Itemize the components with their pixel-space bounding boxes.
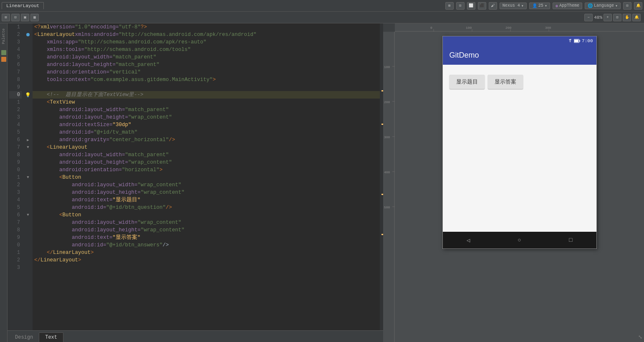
layout-icon1[interactable]: ⊞: [445, 2, 454, 10]
svg-rect-22: [579, 40, 580, 42]
ln-2a: 2: [9, 106, 22, 114]
ln-7a: 7: [9, 144, 22, 151]
phone-app-toolbar: GitDemo: [443, 46, 596, 65]
gutter-1: [23, 23, 33, 31]
theme-dropdown[interactable]: ◉ AppTheme: [553, 3, 582, 9]
fold-6b[interactable]: ▼: [27, 213, 29, 217]
code-line-9: [33, 84, 380, 91]
ln-8: 8: [9, 76, 22, 84]
code-line-9b: android:text="显示答案": [33, 234, 380, 241]
gutter-2b: [23, 181, 33, 189]
top-toolbar: LinearLayout ⊞ ⊡ ⬜ ⬛ 🖌 Nexus 4 ▾ 👤 25 ▾ …: [0, 0, 644, 12]
extra-icon[interactable]: ⊡: [623, 2, 631, 10]
palette-icon2[interactable]: [1, 57, 6, 62]
phone-buttons-row: 显示题目 显示答案: [450, 75, 590, 89]
show-question-btn[interactable]: 显示题目: [450, 75, 485, 89]
code-line-2b: android:layout_width="wrap_content": [33, 181, 380, 189]
code-toolbar: ⊞ ⊟ ▣ ▦: [2, 14, 377, 21]
layout-icon2[interactable]: ⊡: [456, 2, 465, 10]
tab-design[interactable]: Design: [9, 333, 39, 342]
canvas-area: 7:00 GitDemo 显示题目 显示答案: [395, 32, 644, 342]
fold-7a[interactable]: ▼: [27, 145, 29, 149]
ln-2c: 2: [9, 256, 22, 264]
palette-icon1[interactable]: [1, 50, 6, 55]
layout-icon3[interactable]: ⬜: [467, 2, 475, 10]
ln-4: 4: [9, 46, 22, 53]
svg-text:100: 100: [466, 26, 472, 30]
svg-text:400: 400: [384, 170, 390, 174]
brush-icon[interactable]: 🖌: [489, 2, 497, 10]
zoom-out-btn[interactable]: −: [584, 14, 593, 21]
code-line-1a: <TextView: [33, 99, 380, 106]
code-line-8: tools:context="com.example.asus.gitdemo.…: [33, 76, 380, 84]
bell-icon[interactable]: 🔔: [634, 2, 642, 10]
nav-home-icon[interactable]: ○: [518, 237, 521, 243]
gutter-0b: [23, 166, 33, 174]
resize-handle[interactable]: ⤡: [638, 334, 642, 340]
fold-6a[interactable]: ▶: [27, 138, 29, 142]
show-answer-btn[interactable]: 显示答案: [488, 75, 523, 89]
alert-btn[interactable]: 🔔: [632, 14, 641, 21]
code-line-6b: <Button: [33, 211, 380, 219]
file-tab[interactable]: LinearLayout: [2, 2, 44, 9]
hand-btn[interactable]: ✋: [623, 14, 631, 21]
preview-content: 0 100 200 300 100 200 30: [383, 23, 644, 342]
code-line-9a: android:layout_height="wrap_content": [33, 159, 380, 166]
code-line-0c: android:id="@+id/btn_answers" />: [33, 241, 380, 249]
ln-6b: 6: [9, 211, 22, 219]
ln-6a: 6: [9, 136, 22, 144]
ln-7b: 7: [9, 219, 22, 226]
gutter-2: [23, 31, 33, 38]
ln-3: 3: [9, 38, 22, 46]
ln-1a: 1: [9, 99, 22, 106]
api-dropdown[interactable]: 👤 25 ▾: [529, 3, 550, 9]
code-line-4a: android:textSize="30dp": [33, 121, 380, 129]
ln-8b: 8: [9, 226, 22, 234]
code-icon3[interactable]: ▣: [21, 14, 29, 21]
tab-text[interactable]: Text: [39, 332, 63, 342]
code-line-2a: android:layout_width="match_parent": [33, 106, 380, 114]
gutter-0c: [23, 241, 33, 249]
ruler-vertical: 100 200 300 400 500: [383, 32, 395, 342]
fold-1b[interactable]: ▼: [27, 175, 29, 180]
language-dropdown[interactable]: 🌐 Language ▾: [585, 3, 621, 9]
device-dropdown[interactable]: Nexus 4 ▾: [500, 3, 527, 9]
gutter-2a: [23, 106, 33, 114]
breakpoint-dot: [26, 33, 30, 36]
layout-icon4[interactable]: ⬛: [478, 2, 486, 10]
code-icon2[interactable]: ⊟: [11, 14, 20, 21]
ln-9: 9: [9, 84, 22, 91]
nav-back-icon[interactable]: ◁: [467, 237, 470, 244]
code-lines[interactable]: <?xml version="1.0" encoding="utf-8"?> <…: [33, 23, 380, 330]
code-line-2: <LinearLayout xmlns:android="http://sche…: [33, 31, 380, 38]
gutter-9b: [23, 234, 33, 241]
gutter-3c: [23, 264, 33, 271]
code-line-7a: <LinearLayout: [33, 144, 380, 151]
ln-4a: 4: [9, 121, 22, 129]
bottom-tabs: Design Text: [8, 330, 383, 342]
ln-9b: 9: [9, 234, 22, 241]
code-line-4b: android:text="显示题目": [33, 196, 380, 204]
ln-3c: 3: [9, 264, 22, 271]
gutter-6a: ▶: [23, 136, 33, 144]
svg-text:200: 200: [384, 100, 390, 104]
ln-2b: 2: [9, 181, 22, 189]
nav-recent-icon[interactable]: □: [569, 237, 572, 243]
fit-btn[interactable]: ⊡: [613, 14, 621, 21]
phone-nav-bar: ◁ ○ □: [443, 232, 596, 248]
ln-3a: 3: [9, 114, 22, 121]
zoom-in-btn[interactable]: +: [604, 14, 612, 21]
svg-text:200: 200: [505, 26, 512, 30]
code-line-7: android:orientation="vertical": [33, 68, 380, 76]
code-icon4[interactable]: ▦: [30, 14, 39, 21]
gutter-4b: [23, 196, 33, 204]
ln-6: 6: [9, 61, 22, 68]
margin-markers: [380, 23, 383, 330]
warning-icon: 💡: [25, 92, 31, 98]
gutter: 💡 ▶ ▼ ▼ ▼: [23, 23, 33, 330]
code-icon1[interactable]: ⊞: [2, 14, 10, 21]
gutter-3: [23, 38, 33, 46]
phone-preview: 7:00 GitDemo 显示题目 显示答案: [442, 36, 597, 249]
ln-3b: 3: [9, 189, 22, 196]
gutter-7b: [23, 219, 33, 226]
